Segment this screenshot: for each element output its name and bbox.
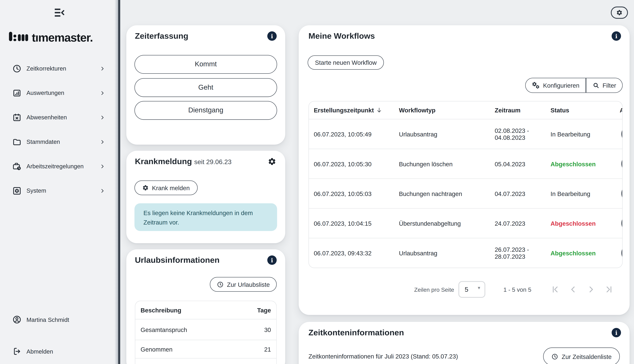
cell-actions: [610, 119, 622, 149]
info-icon[interactable]: i: [267, 32, 277, 41]
gear-icon[interactable]: [268, 157, 276, 166]
card-title: Zeitkonteninformationen: [308, 328, 404, 337]
previous-page-button[interactable]: [569, 285, 577, 294]
logout-label: Abmelden: [26, 348, 53, 354]
rows-per-page-label: Zeilen pro Seite: [414, 286, 454, 293]
virus-icon: [142, 184, 149, 191]
sidebar-item-arbeitszeitregelungen[interactable]: Arbeitszeitregelungen: [0, 154, 118, 178]
zur-urlaubsliste-button[interactable]: Zur Urlaubsliste: [210, 277, 276, 292]
rows-per-page-value: 5: [465, 286, 468, 293]
cell-status: In Bearbeitung: [550, 178, 610, 208]
kommt-button[interactable]: Kommt: [134, 55, 277, 74]
pagination-range: 1 - 5 von 5: [504, 286, 532, 293]
cell-status: In Bearbeitung: [550, 119, 610, 149]
table-row: Gesamtanspruch 30: [135, 320, 276, 340]
cell-period: 02.08.2023 - 04.08.2023: [494, 119, 550, 149]
zur-zeitsaldenliste-label: Zur Zeitsaldenliste: [562, 353, 612, 360]
clock-icon: [552, 353, 558, 360]
card-title: Krankmeldung seit 29.06.23: [135, 157, 232, 166]
logout-button[interactable]: Abmelden: [0, 341, 118, 362]
info-icon[interactable]: i: [612, 328, 621, 337]
chevron-right-icon: [100, 139, 105, 144]
cell-actions: [610, 178, 622, 208]
row-description: Gesamtanspruch: [140, 326, 187, 333]
screen: tımemaster. Zeitkorrekturen Auswertungen…: [0, 0, 634, 364]
chevron-right-icon: [100, 164, 105, 169]
last-page-button[interactable]: [605, 285, 613, 294]
card-title: Meine Workflows: [308, 32, 375, 41]
previous-page-icon: [569, 285, 577, 294]
dienstgang-button[interactable]: Dienstgang: [134, 101, 277, 120]
user-menu[interactable]: Martina Schmidt: [0, 310, 118, 330]
krank-melden-button[interactable]: Krank melden: [134, 180, 198, 195]
info-icon[interactable]: i: [612, 32, 621, 41]
briefcase-clock-icon: [12, 162, 22, 171]
calendar-x-icon: [12, 113, 22, 122]
column-workflowtyp[interactable]: Workflowtyp: [399, 102, 494, 119]
status-badge: Abgeschlossen: [550, 250, 596, 256]
card-title: Urlaubsinformationen: [135, 255, 220, 265]
sidebar-divider: [118, 0, 120, 364]
chevron-right-icon: [100, 66, 105, 71]
view-workflow-button[interactable]: [622, 155, 622, 173]
table-row: 06.07.2023, 10:05:30 Buchungen löschen 0…: [309, 149, 623, 178]
sidebar-item-stammdaten[interactable]: Stammdaten: [0, 130, 118, 154]
sidebar-item-label: Zeitkorrekturen: [26, 65, 66, 72]
cell-period: 04.07.2023: [494, 178, 550, 208]
timemaster-logo-icon: [9, 32, 28, 41]
filter-button[interactable]: Filter: [586, 78, 622, 92]
view-workflow-button[interactable]: [622, 214, 622, 232]
sidebar-item-system[interactable]: System: [0, 178, 118, 203]
collapse-sidebar-button[interactable]: [53, 6, 65, 19]
view-workflow-button[interactable]: [622, 125, 622, 143]
column-erstellungszeitpunkt[interactable]: Erstellungszeitpunkt: [309, 102, 399, 119]
pagination-controls: [551, 285, 613, 294]
view-workflow-button[interactable]: [622, 184, 622, 202]
sidebar: tımemaster. Zeitkorrekturen Auswertungen…: [0, 0, 118, 364]
urlaubsinformationen-card: Urlaubsinformationen i Zur Urlaubsliste …: [126, 249, 285, 364]
krankmeldung-title: Krankmeldung: [135, 157, 192, 166]
column-tage: Tage: [257, 306, 271, 314]
cell-status: Abgeschlossen: [550, 208, 610, 238]
sidebar-item-label: System: [26, 188, 46, 194]
column-aktionen: Aktionen: [610, 102, 622, 119]
zur-zeitsaldenliste-button[interactable]: Zur Zeitsaldenliste: [543, 348, 620, 364]
rows-per-page-select[interactable]: 5 ▼: [458, 281, 486, 298]
geht-button[interactable]: Geht: [134, 78, 277, 97]
view-workflow-button[interactable]: [622, 244, 622, 262]
cell-period: 26.07.2023 - 28.07.2023: [494, 238, 550, 268]
sidebar-item-auswertungen[interactable]: Auswertungen: [0, 81, 118, 105]
folder-icon: [12, 137, 22, 146]
krankmeldung-notice: Es liegen keine Krankmeldungen in dem Ze…: [134, 203, 277, 231]
urlaub-table: Beschreibung Tage Gesamtanspruch 30 Geno…: [135, 301, 277, 364]
column-status[interactable]: Status: [550, 102, 610, 119]
next-page-button[interactable]: [587, 285, 595, 294]
sidebar-item-label: Auswertungen: [26, 90, 64, 96]
konfigurieren-button[interactable]: Konfigurieren: [526, 78, 586, 92]
cell-period: 05.04.2023: [494, 149, 550, 178]
column-zeitraum[interactable]: Zeitraum: [494, 102, 550, 119]
page-settings-button[interactable]: [611, 6, 628, 19]
info-icon[interactable]: i: [267, 255, 277, 265]
sidebar-item-abwesenheiten[interactable]: Abwesenheiten: [0, 105, 118, 130]
zeitkonteninformationen-card: Zeitkonteninformationen i Zeitkonteninfo…: [299, 322, 630, 364]
logo-text: tımemaster.: [32, 33, 93, 42]
first-page-button[interactable]: [551, 285, 560, 294]
user-name: Martina Schmidt: [26, 316, 69, 323]
status-badge: In Bearbeitung: [550, 190, 590, 197]
timemaster-app: tımemaster. Zeitkorrekturen Auswertungen…: [0, 0, 634, 364]
zeitkonten-info-text: Zeitkonteninformationen für Juli 2023 (S…: [308, 353, 458, 360]
last-page-icon: [605, 285, 613, 294]
clock-icon: [217, 281, 224, 288]
sidebar-nav: Zeitkorrekturen Auswertungen Abwesenheit…: [0, 56, 118, 203]
table-row: 06.07.2023, 10:04:15 Überstundenabgeltun…: [309, 208, 623, 238]
filter-label: Filter: [602, 82, 616, 89]
row-days: 21: [264, 346, 271, 352]
starte-neuen-workflow-button[interactable]: Starte neuen Workflow: [308, 56, 384, 70]
table-row: Genommen 21: [135, 340, 276, 358]
status-badge: Abgeschlossen: [550, 220, 596, 227]
sort-descending-icon: [376, 107, 382, 113]
column-beschreibung: Beschreibung: [140, 306, 181, 314]
sidebar-item-zeitkorrekturen[interactable]: Zeitkorrekturen: [0, 56, 118, 81]
status-badge: In Bearbeitung: [550, 130, 590, 138]
